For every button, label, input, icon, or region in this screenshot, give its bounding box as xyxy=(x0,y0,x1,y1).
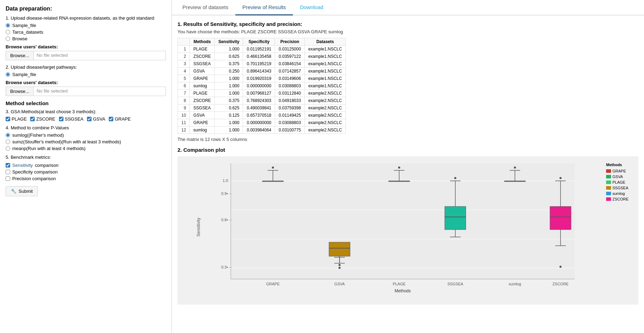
step4-label: 4. Method to combine P-Values xyxy=(6,125,166,130)
radio-browse1-input[interactable] xyxy=(6,36,10,41)
table-cell: 0.03759398 xyxy=(275,104,304,112)
sensitivity-comparison-checkbox[interactable] xyxy=(6,163,10,168)
table-cell: 0.625 xyxy=(215,53,243,60)
table-row: 6sumlog1.0000.0000000000.03088803example… xyxy=(178,82,346,90)
svg-text:0.3•: 0.3• xyxy=(221,265,228,269)
table-cell: GRAPE xyxy=(190,75,215,82)
matrix-info: The matrix is 12 rows X 5 columns xyxy=(177,137,638,142)
legend-plage: PLAGE xyxy=(606,180,632,184)
radio-sumlog-input[interactable] xyxy=(6,133,10,137)
checkbox-gsva-input[interactable] xyxy=(87,117,92,121)
svg-rect-35 xyxy=(445,206,466,230)
svg-text:PLAGE: PLAGE xyxy=(393,282,406,286)
table-cell: 0.011952191 xyxy=(243,46,275,53)
table-cell: 0.375 xyxy=(215,60,243,68)
checkbox-grape-input[interactable] xyxy=(109,117,113,121)
radio-tarca-input[interactable] xyxy=(6,30,10,34)
legend-gsva: GSVA xyxy=(606,175,632,179)
table-cell: ZSCORE xyxy=(190,97,215,104)
tab-preview-datasets[interactable]: Preview of datasets xyxy=(175,0,235,15)
right-panel: Preview of datasets Preview of Results D… xyxy=(172,0,644,333)
legend-swatch-sumlog xyxy=(606,192,611,195)
browse-label1: Browse users' datasets: xyxy=(6,44,166,49)
svg-point-52 xyxy=(559,266,562,268)
legend-sumlog: sumlog xyxy=(606,191,632,196)
table-row: 11GRAPE1.0000.0000000000.03088803example… xyxy=(178,119,346,127)
radio-sumz[interactable]: sumz(Stouffer's method)(Run with at leas… xyxy=(6,139,166,144)
checkbox-grape[interactable]: GRAPE xyxy=(109,116,131,122)
table-row: 1PLAGE1.0000.0119521910.03125000example1… xyxy=(178,46,346,53)
specificity-comparison-group[interactable]: Specificity comparison xyxy=(6,169,166,175)
svg-text:GRAPE: GRAPE xyxy=(266,282,280,286)
browse-button1[interactable]: Browse... xyxy=(6,51,33,60)
legend-label-gsva: GSVA xyxy=(612,175,623,179)
checkbox-plage-input[interactable] xyxy=(6,117,10,121)
table-cell: 0.007968127 xyxy=(243,90,275,97)
file-input2: No file selected xyxy=(33,87,166,96)
table-cell: example1.NSCLC xyxy=(304,53,346,60)
checkbox-gsva[interactable]: GSVA xyxy=(87,116,105,122)
table-cell: 0.019920319 xyxy=(243,75,275,82)
checkbox-ssgsea-input[interactable] xyxy=(59,117,63,121)
table-cell: 0.03125000 xyxy=(275,46,304,53)
table-cell: sumlog xyxy=(190,82,215,90)
checkbox-zscore[interactable]: ZSCORE xyxy=(30,116,55,122)
svg-point-45 xyxy=(559,177,562,179)
checkbox-plage[interactable]: PLAGE xyxy=(6,116,27,122)
radio-sumlog[interactable]: sumlog((Fisher's method) xyxy=(6,132,166,138)
table-cell: 0.625 xyxy=(215,104,243,112)
radio-sample-file[interactable]: Sample_file xyxy=(6,23,166,28)
radio-sample-file-input[interactable] xyxy=(6,23,10,28)
tab-preview-results[interactable]: Preview of Results xyxy=(235,0,293,15)
radio-sample-file2[interactable]: Sample_file xyxy=(6,72,166,77)
svg-text:sumlog: sumlog xyxy=(509,282,521,286)
data-preparation-title: Data preparation: xyxy=(6,6,166,12)
table-cell: 0.003984064 xyxy=(243,127,275,134)
svg-point-28 xyxy=(398,166,400,169)
table-row: 4GSVA0.2500.8964143430.07142857example1.… xyxy=(178,68,346,75)
legend-label-sumlog: sumlog xyxy=(612,191,625,196)
table-cell: 1.000 xyxy=(215,127,243,134)
table-cell: 0.701195219 xyxy=(243,60,275,68)
table-cell: 0.03100775 xyxy=(275,127,304,134)
sensitivity-comparison-group[interactable]: Sensitivity comparison xyxy=(6,163,166,168)
y-axis-label: Sensitivity xyxy=(195,160,202,294)
legend-ssgsea: SSGSEA xyxy=(606,186,632,190)
radio-meanp-input[interactable] xyxy=(6,146,10,151)
precision-comparison-group[interactable]: Precision comparison xyxy=(6,176,166,181)
table-cell: 4 xyxy=(178,68,190,75)
radio-sample-file-label: Sample_file xyxy=(12,23,36,28)
radio-sumz-input[interactable] xyxy=(6,140,10,144)
table-cell: example1.NSCLC xyxy=(304,68,346,75)
browse-row1: Browse... No file selected xyxy=(6,51,166,60)
wrench-icon: 🔧 xyxy=(11,189,16,194)
radio-tarca-label: Tarca_datasets xyxy=(12,29,43,35)
legend-title: Methods xyxy=(606,163,632,167)
table-cell: 7 xyxy=(178,90,190,97)
radio-meanp[interactable]: meanp(Run with at least 4 methods) xyxy=(6,146,166,151)
svg-text:0.9•: 0.9• xyxy=(221,191,228,196)
checkbox-ssgsea[interactable]: SSGSEA xyxy=(59,116,83,122)
table-cell: example2.NSCLC xyxy=(304,104,346,112)
precision-comparison-checkbox[interactable] xyxy=(6,176,10,181)
step3-label: 3. GSA Methods(at least choose 3 methods… xyxy=(6,109,166,114)
radio-tarca[interactable]: Tarca_datasets xyxy=(6,29,166,35)
browse-button2[interactable]: Browse... xyxy=(6,87,33,96)
radio-sample-file2-input[interactable] xyxy=(6,72,10,77)
right-content: 1. Results of Sensitivity, specificity a… xyxy=(172,15,644,333)
table-cell: 6 xyxy=(178,82,190,90)
table-row: 2ZSCORE0.6250.4661354580.03597122example… xyxy=(178,53,346,60)
radio-browse1[interactable]: Browse xyxy=(6,36,166,41)
specificity-comparison-checkbox[interactable] xyxy=(6,170,10,174)
radio-sumlog-label: sumlog((Fisher's method) xyxy=(12,132,64,138)
legend-label-zscore: ZSCORE xyxy=(612,197,629,201)
table-cell: GSVA xyxy=(190,68,215,75)
method-section-title: Method selection xyxy=(6,100,166,106)
tab-download[interactable]: Download xyxy=(293,0,330,15)
table-cell: SSGSEA xyxy=(190,60,215,68)
checkbox-zscore-input[interactable] xyxy=(30,117,35,121)
svg-text:SSGSEA: SSGSEA xyxy=(447,282,463,286)
submit-button[interactable]: 🔧 Submit xyxy=(6,186,38,196)
table-row: 10GSVA0.1250.6573705180.01149425example2… xyxy=(178,112,346,119)
chart-legend: Methods GRAPE GSVA PLAGE xyxy=(603,160,635,294)
